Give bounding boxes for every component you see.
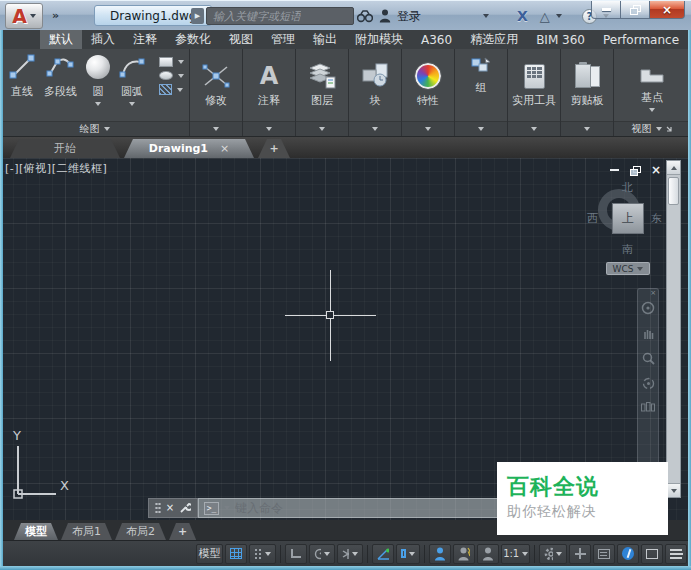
restore-button[interactable] bbox=[621, 1, 649, 19]
tab-model[interactable]: 模型 bbox=[14, 523, 58, 540]
annotation-visibility-button[interactable] bbox=[429, 544, 451, 564]
vertical-scrollbar[interactable] bbox=[666, 160, 681, 498]
line-button[interactable]: 直线 bbox=[6, 53, 38, 99]
chevron-down-icon[interactable] bbox=[265, 552, 271, 556]
pan-hand-icon[interactable] bbox=[642, 327, 655, 340]
a360-icon[interactable]: △ bbox=[540, 9, 550, 24]
utilities-panel-footer[interactable] bbox=[508, 121, 560, 136]
exchange-apps-icon[interactable]: X bbox=[517, 8, 528, 24]
draw-panel-footer[interactable]: 绘图 bbox=[0, 121, 189, 136]
chevron-down-icon[interactable] bbox=[129, 102, 135, 106]
wcs-dropdown[interactable]: WCS bbox=[606, 262, 650, 275]
zoom-icon[interactable] bbox=[642, 352, 655, 365]
new-layout-button[interactable]: + bbox=[169, 523, 196, 540]
ribbon-tab-bim360[interactable]: BIM 360 bbox=[527, 30, 594, 49]
close-icon[interactable]: × bbox=[166, 503, 174, 513]
user-icon[interactable] bbox=[379, 9, 391, 23]
command-input[interactable]: >_ 键入命令 bbox=[198, 498, 500, 518]
wrench-icon[interactable] bbox=[179, 502, 191, 514]
chevron-down-icon[interactable] bbox=[649, 108, 655, 112]
title-arrow-icon[interactable]: ▶ bbox=[191, 8, 204, 24]
chevron-down-icon[interactable] bbox=[409, 552, 415, 556]
chevron-down-icon[interactable] bbox=[95, 102, 101, 106]
viewcube-top-face[interactable]: 上 bbox=[612, 203, 644, 234]
minimize-icon[interactable] bbox=[610, 169, 619, 171]
object-snap-button[interactable] bbox=[396, 544, 420, 564]
scrollbar-thumb[interactable] bbox=[668, 177, 679, 205]
hatch-button[interactable] bbox=[159, 84, 184, 95]
new-drawing-tab-button[interactable]: + bbox=[258, 139, 290, 158]
snap-mode-button[interactable] bbox=[249, 544, 276, 564]
ribbon-tab-performance[interactable]: Performance bbox=[594, 30, 688, 49]
ribbon-tab-manage[interactable]: 管理 bbox=[262, 30, 304, 49]
ribbon-tab-output[interactable]: 输出 bbox=[304, 30, 346, 49]
chevron-down-icon[interactable] bbox=[352, 552, 358, 556]
close-button[interactable]: × bbox=[649, 1, 685, 19]
ribbon-tab-a360[interactable]: A360 bbox=[412, 30, 461, 49]
command-line-handle[interactable]: × bbox=[148, 498, 198, 518]
viewport-controls-label[interactable]: [-][俯视][二维线框] bbox=[5, 161, 107, 176]
annotation-panel-footer[interactable] bbox=[243, 121, 295, 136]
viewcube-south[interactable]: 南 bbox=[622, 242, 633, 257]
ribbon-tab-annotate[interactable]: 注释 bbox=[124, 30, 166, 49]
chevron-down-icon[interactable] bbox=[324, 552, 330, 556]
properties-panel-footer[interactable] bbox=[402, 121, 454, 136]
orbit-icon[interactable] bbox=[642, 377, 655, 390]
modify-panel-footer[interactable] bbox=[190, 121, 242, 136]
tab-layout1[interactable]: 布局1 bbox=[61, 523, 112, 540]
annotation-autoscale-button[interactable] bbox=[453, 544, 475, 564]
customization-button[interactable] bbox=[665, 544, 687, 564]
model-space-button[interactable]: 模型 bbox=[196, 544, 223, 564]
drag-grip-icon[interactable] bbox=[155, 502, 161, 514]
sign-in-button[interactable]: 登录 bbox=[397, 8, 421, 25]
clipboard-panel-footer[interactable] bbox=[561, 121, 613, 136]
close-icon[interactable]: × bbox=[651, 164, 661, 176]
restore-icon[interactable] bbox=[630, 166, 640, 175]
chevron-down-icon[interactable] bbox=[522, 552, 528, 556]
isometric-drafting-button[interactable] bbox=[337, 544, 363, 564]
annotation-scale-person-button[interactable] bbox=[477, 544, 499, 564]
a360-dropdown-icon[interactable] bbox=[556, 14, 562, 18]
tab-close-icon[interactable]: × bbox=[220, 142, 229, 155]
file-tab-start[interactable]: 开始 bbox=[10, 139, 120, 158]
arc-button[interactable]: 圆弧 bbox=[116, 53, 148, 106]
show-motion-icon[interactable] bbox=[641, 402, 655, 412]
quick-access-expand-button[interactable]: » bbox=[52, 9, 58, 22]
viewcube-north[interactable]: 北 bbox=[622, 180, 633, 195]
tab-layout2[interactable]: 布局2 bbox=[115, 523, 166, 540]
ribbon-tab-insert[interactable]: 插入 bbox=[82, 30, 124, 49]
panel-launcher-icon[interactable] bbox=[666, 126, 673, 133]
grid-display-button[interactable] bbox=[225, 544, 247, 564]
ribbon-tab-featured-apps[interactable]: 精选应用 bbox=[461, 30, 527, 49]
ribbon-tab-parametric[interactable]: 参数化 bbox=[166, 30, 220, 49]
viewcube-west[interactable]: 西 bbox=[587, 211, 598, 226]
annotation-scale-button[interactable]: 1:1 bbox=[501, 544, 530, 564]
ellipse-button[interactable] bbox=[159, 71, 184, 80]
group-panel-footer[interactable] bbox=[455, 121, 507, 136]
scroll-down-button[interactable] bbox=[667, 483, 680, 497]
ribbon-tab-view[interactable]: 视图 bbox=[220, 30, 262, 49]
viewcube-east[interactable]: 东 bbox=[651, 211, 662, 226]
ribbon-tab-addins[interactable]: 附加模块 bbox=[346, 30, 412, 49]
chevron-down-icon[interactable] bbox=[556, 552, 562, 556]
polar-tracking-button[interactable] bbox=[309, 544, 335, 564]
command-line[interactable]: × >_ 键入命令 bbox=[148, 498, 500, 518]
file-tab-drawing1[interactable]: Drawing1 × bbox=[124, 139, 254, 158]
scroll-up-button[interactable] bbox=[667, 161, 680, 175]
workspace-switching-button[interactable] bbox=[539, 544, 567, 564]
layers-panel-footer[interactable] bbox=[296, 121, 348, 136]
help-search-input[interactable]: 输入关键字或短语 bbox=[206, 7, 354, 25]
signin-dropdown-icon[interactable] bbox=[483, 14, 489, 18]
rectangle-button[interactable] bbox=[159, 57, 184, 67]
clean-screen-button[interactable] bbox=[641, 544, 663, 564]
ortho-mode-button[interactable] bbox=[285, 544, 307, 564]
polyline-button[interactable]: 多段线 bbox=[41, 53, 80, 99]
minimize-button[interactable] bbox=[591, 1, 621, 19]
navbar-close-icon[interactable]: × bbox=[650, 289, 656, 297]
navigation-bar[interactable]: × bbox=[637, 288, 659, 470]
search-binoculars-icon[interactable] bbox=[357, 10, 373, 23]
ribbon-tab-home[interactable]: 默认 bbox=[40, 30, 82, 49]
circle-button[interactable]: 圆 bbox=[83, 53, 113, 106]
object-snap-tracking-button[interactable] bbox=[372, 544, 394, 564]
application-menu-button[interactable]: A bbox=[5, 3, 43, 29]
